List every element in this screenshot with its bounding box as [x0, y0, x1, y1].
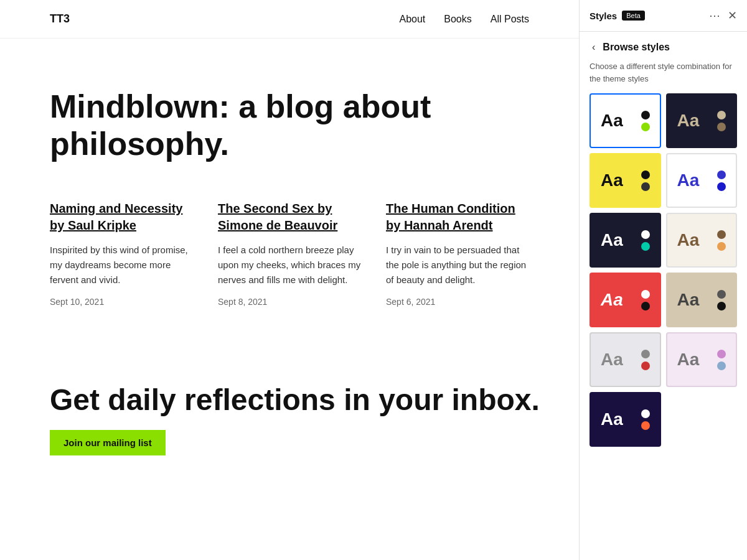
dot2	[641, 302, 650, 310]
nav-about[interactable]: About	[399, 14, 425, 25]
swatch-aa-label: Aa	[677, 351, 700, 368]
swatch-red-dark[interactable]: Aa	[590, 273, 661, 327]
swatch-aa-label: Aa	[601, 411, 623, 428]
post-date-1: Sept 10, 2021	[50, 297, 104, 307]
post-title-1[interactable]: Naming and Necessity by Saul Kripke	[50, 200, 193, 234]
dot1	[641, 230, 650, 239]
swatch-dots	[717, 170, 726, 191]
dot1	[641, 350, 650, 358]
back-button[interactable]: ‹	[590, 40, 598, 54]
beta-badge: Beta	[622, 11, 645, 21]
swatch-tan-dark[interactable]: Aa	[666, 273, 738, 327]
swatch-white-blue[interactable]: Aa	[666, 153, 738, 208]
more-options-icon[interactable]: ⋯	[709, 9, 720, 22]
browse-title: Browse styles	[603, 42, 670, 53]
swatch-yellow-dark[interactable]: Aa	[590, 153, 661, 208]
swatch-dots	[717, 111, 726, 131]
post-date-2: Sept 8, 2021	[218, 297, 267, 307]
panel-header-icons: ⋯ ✕	[709, 9, 737, 22]
post-excerpt-1: Inspirited by this wind of promise, my d…	[50, 243, 193, 287]
styles-grid: Aa Aa Aa Aa	[580, 93, 747, 459]
swatch-dots	[641, 409, 650, 430]
dot1	[717, 170, 726, 179]
swatch-dots	[641, 230, 650, 251]
swatch-white-green[interactable]: Aa	[590, 93, 661, 148]
dot1	[641, 170, 650, 179]
post-card-3: The Human Condition by Hannah Arendt I t…	[386, 200, 529, 307]
site-header: TT3 About Books All Posts	[0, 0, 579, 39]
dot1	[641, 409, 650, 418]
dot2	[641, 421, 650, 430]
dot1	[717, 290, 726, 299]
panel-title: Styles	[590, 11, 617, 21]
dot2	[717, 123, 726, 131]
close-icon[interactable]: ✕	[728, 9, 737, 22]
swatch-aa-label: Aa	[601, 231, 623, 249]
nav-books[interactable]: Books	[444, 14, 471, 25]
styles-panel: Styles Beta ⋯ ✕ ‹ Browse styles Choose a…	[579, 0, 747, 560]
post-card-1: Naming and Necessity by Saul Kripke Insp…	[50, 200, 193, 307]
post-title-2[interactable]: The Second Sex by Simone de Beauvoir	[218, 200, 361, 234]
swatch-aa-label: Aa	[601, 291, 623, 309]
swatch-dots	[641, 350, 650, 370]
dot1	[717, 350, 726, 358]
hero-section: Mindblown: a blog about philosophy.	[0, 39, 579, 200]
panel-title-row: Styles Beta	[590, 11, 645, 21]
swatch-dark-purple-orange[interactable]: Aa	[590, 392, 661, 447]
browse-header: ‹ Browse styles	[580, 32, 747, 58]
post-title-3[interactable]: The Human Condition by Hannah Arendt	[386, 200, 529, 234]
browse-description: Choose a different style combination for…	[580, 58, 747, 93]
post-excerpt-2: I feel a cold northern breeze play upon …	[218, 243, 361, 287]
join-mailing-list-button[interactable]: Join our mailing list	[50, 430, 166, 455]
cta-section: Get daily reflections in your inbox. Joi…	[0, 357, 579, 493]
post-card-2: The Second Sex by Simone de Beauvoir I f…	[218, 200, 361, 307]
swatch-dots	[641, 290, 650, 310]
posts-grid: Naming and Necessity by Saul Kripke Insp…	[0, 200, 579, 357]
dot2	[717, 242, 726, 251]
main-content: TT3 About Books All Posts Mindblown: a b…	[0, 0, 579, 560]
swatch-aa-label: Aa	[677, 112, 700, 129]
swatch-pink-multi[interactable]: Aa	[666, 332, 738, 387]
panel-header: Styles Beta ⋯ ✕	[580, 0, 747, 32]
dot2	[641, 242, 650, 251]
swatch-aa-label: Aa	[601, 351, 623, 368]
dot2	[641, 123, 650, 131]
post-date-3: Sept 6, 2021	[386, 297, 435, 307]
swatch-aa-label: Aa	[677, 291, 700, 309]
post-excerpt-3: I try in vain to be persuaded that the p…	[386, 243, 529, 287]
dot1	[641, 290, 650, 299]
dot2	[717, 302, 726, 310]
swatch-aa-label: Aa	[677, 231, 700, 249]
swatch-aa-label: Aa	[677, 172, 700, 189]
swatch-dots	[717, 290, 726, 310]
swatch-aa-label: Aa	[601, 112, 623, 129]
swatch-dark-tan[interactable]: Aa	[666, 93, 738, 148]
site-logo: TT3	[50, 12, 70, 26]
cta-heading: Get daily reflections in your inbox.	[50, 382, 540, 418]
hero-heading: Mindblown: a blog about philosophy.	[50, 88, 529, 163]
dot2	[717, 182, 726, 191]
dot2	[717, 362, 726, 370]
swatch-dark-teal[interactable]: Aa	[590, 213, 661, 268]
swatch-gray-red[interactable]: Aa	[590, 332, 661, 387]
swatch-dots	[717, 350, 726, 370]
dot2	[641, 182, 650, 191]
cta-text: Get daily reflections in your inbox. Joi…	[50, 382, 540, 456]
nav-all-posts[interactable]: All Posts	[491, 14, 529, 25]
dot1	[641, 111, 650, 119]
swatch-dots	[641, 170, 650, 191]
swatch-cream-orange[interactable]: Aa	[666, 213, 738, 268]
dot1	[717, 111, 726, 119]
dot2	[641, 362, 650, 370]
swatch-dots	[641, 111, 650, 131]
swatch-aa-label: Aa	[601, 172, 623, 189]
site-nav: About Books All Posts	[399, 14, 529, 25]
swatch-dots	[717, 230, 726, 251]
dot1	[717, 230, 726, 239]
